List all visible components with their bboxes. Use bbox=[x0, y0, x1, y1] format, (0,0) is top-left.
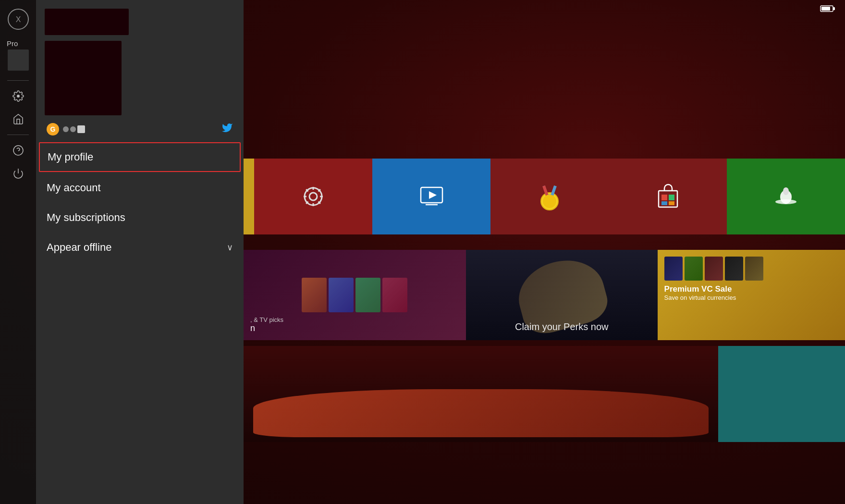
tile-achievements[interactable] bbox=[490, 159, 609, 234]
svg-point-8 bbox=[309, 193, 317, 200]
twitter-icon bbox=[221, 122, 233, 136]
tile-tv[interactable] bbox=[372, 159, 490, 234]
vc-text: Premium VC Sale Save on virtual currenci… bbox=[664, 284, 838, 301]
appear-offline-chevron: ∨ bbox=[227, 242, 233, 253]
mini-cover-1 bbox=[302, 278, 327, 312]
picks-sub-text: , & TV picks bbox=[250, 316, 459, 323]
car-shape bbox=[253, 389, 709, 437]
vc-sub-text: Save on virtual currencies bbox=[664, 294, 838, 301]
main-content: , & TV picks n Claim your Perks now Prem… bbox=[244, 0, 845, 504]
svg-point-22 bbox=[783, 187, 789, 195]
menu-item-my-subscriptions[interactable]: My subscriptions bbox=[36, 203, 244, 233]
sidebar-item-power[interactable] bbox=[0, 162, 36, 185]
tiles-row3 bbox=[244, 346, 845, 442]
dot-1 bbox=[63, 126, 69, 132]
dropdown-panel: G My profile My account My subscriptions… bbox=[36, 0, 244, 504]
picks-text: , & TV picks n bbox=[250, 316, 459, 333]
panel-header-image bbox=[45, 9, 129, 35]
mini-cover-2 bbox=[329, 278, 354, 312]
tile-picks[interactable]: , & TV picks n bbox=[244, 250, 466, 340]
svg-rect-16 bbox=[661, 195, 667, 200]
tile-car[interactable] bbox=[244, 346, 718, 442]
vc-cover-4 bbox=[725, 257, 743, 281]
panel-avatar-large bbox=[45, 41, 122, 115]
picks-main-text: n bbox=[250, 323, 459, 333]
tile-store[interactable] bbox=[609, 159, 727, 234]
sidebar-profile-label: Pro bbox=[0, 39, 18, 48]
svg-marker-11 bbox=[429, 191, 437, 199]
gamerscore-icon: G bbox=[47, 123, 59, 135]
dragon-text: Claim your Perks now bbox=[515, 321, 609, 332]
svg-point-9 bbox=[305, 188, 322, 205]
svg-rect-15 bbox=[659, 191, 677, 207]
svg-point-5 bbox=[13, 146, 23, 155]
dot-3 bbox=[77, 125, 85, 133]
tile-game[interactable] bbox=[727, 159, 845, 234]
sidebar-divider-1 bbox=[7, 80, 29, 81]
svg-rect-17 bbox=[669, 195, 674, 200]
sidebar-avatar bbox=[8, 49, 29, 71]
tiles-row1 bbox=[244, 159, 845, 234]
mini-cover-4 bbox=[382, 278, 407, 312]
svg-rect-19 bbox=[669, 201, 674, 205]
panel-social-row: G bbox=[36, 115, 244, 141]
menu-item-my-account[interactable]: My account bbox=[36, 173, 244, 203]
sidebar-item-home[interactable] bbox=[0, 108, 36, 131]
panel-social-left: G bbox=[47, 123, 85, 135]
sidebar-divider-2 bbox=[7, 135, 29, 135]
sidebar-item-help[interactable] bbox=[0, 139, 36, 162]
mini-cover-3 bbox=[355, 278, 380, 312]
sidebar: X Pro bbox=[0, 0, 36, 504]
vc-cover-3 bbox=[705, 257, 723, 281]
xbox-logo: X bbox=[8, 9, 29, 30]
vc-title: Premium VC Sale bbox=[664, 284, 838, 294]
tile-settings[interactable] bbox=[254, 159, 372, 234]
dot-2 bbox=[70, 126, 76, 132]
vc-cover-5 bbox=[745, 257, 763, 281]
vc-cover-2 bbox=[685, 257, 703, 281]
sidebar-item-settings[interactable] bbox=[0, 85, 36, 108]
achievement-dots bbox=[63, 125, 85, 133]
svg-rect-18 bbox=[661, 201, 667, 205]
svg-point-14 bbox=[543, 195, 556, 208]
svg-text:X: X bbox=[15, 15, 21, 24]
vc-covers bbox=[664, 257, 838, 281]
partial-tile bbox=[244, 159, 254, 234]
menu-item-appear-offline[interactable]: Appear offline ∨ bbox=[36, 233, 244, 262]
tiles-row2: , & TV picks n Claim your Perks now Prem… bbox=[244, 250, 845, 340]
tile-dragon[interactable]: Claim your Perks now bbox=[466, 250, 658, 340]
tile-teal[interactable] bbox=[718, 346, 845, 442]
vc-cover-1 bbox=[664, 257, 683, 281]
menu-item-my-profile[interactable]: My profile bbox=[39, 142, 241, 172]
tile-vc-sale[interactable]: Premium VC Sale Save on virtual currenci… bbox=[658, 250, 845, 340]
